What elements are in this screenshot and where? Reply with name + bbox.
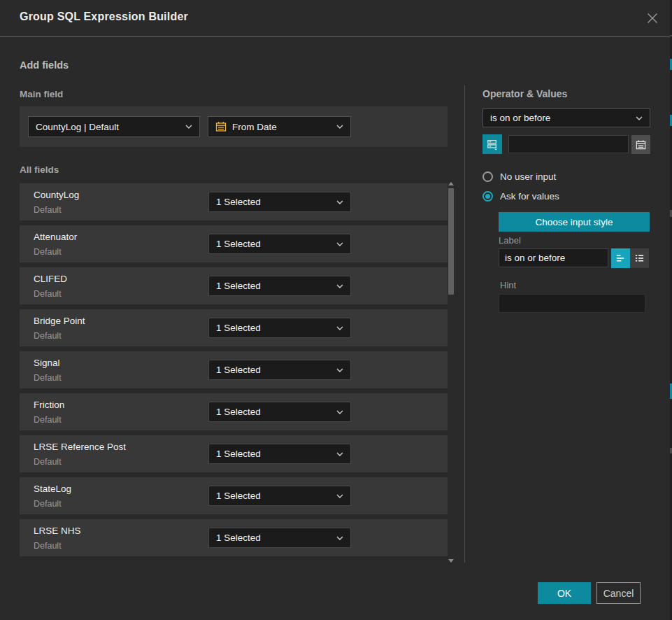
close-button[interactable] (645, 11, 659, 25)
add-fields-heading: Add fields (20, 59, 69, 71)
dropdown-value: 1 Selected (216, 323, 336, 333)
scroll-down-icon[interactable] (448, 559, 454, 563)
ok-button[interactable]: OK (538, 582, 591, 604)
field-subtitle: Default (34, 457, 62, 467)
field-row-signal: Signal Default 1 Selected (20, 351, 448, 388)
dropdown-value: 1 Selected (216, 197, 336, 207)
dropdown-value: is on or before (490, 113, 636, 123)
dropdown-value: 1 Selected (216, 449, 336, 459)
field-subtitle: Default (34, 205, 62, 215)
date-picker-button[interactable] (631, 135, 650, 154)
field-selection-dropdown[interactable]: 1 Selected (208, 360, 351, 380)
calendar-icon (636, 139, 646, 150)
field-subtitle: Default (34, 373, 62, 383)
field-name: CLIFED (34, 274, 67, 284)
hint-caption: Hint (500, 280, 516, 290)
field-name: Signal (34, 358, 60, 368)
scrollbar-thumb[interactable] (448, 188, 454, 295)
label-caption: Label (499, 235, 521, 246)
field-subtitle: Default (34, 415, 62, 425)
main-field-layer-dropdown[interactable]: CountyLog | Default (28, 116, 200, 137)
panel-divider (464, 85, 465, 563)
chevron-down-icon (336, 200, 343, 204)
all-fields-list: CountyLog Default 1 Selected Attenuator … (20, 183, 448, 561)
chevron-down-icon (185, 125, 192, 129)
group-sql-expression-builder-dialog: Group SQL Expression Builder Add fields … (0, 0, 672, 620)
main-field-bar: CountyLog | Default From Date (20, 106, 448, 147)
close-icon (646, 12, 659, 24)
chevron-down-icon (336, 452, 343, 456)
choose-input-style-button[interactable]: Choose input style (499, 212, 650, 232)
field-selection-dropdown[interactable]: 1 Selected (208, 276, 351, 296)
all-fields-heading: All fields (20, 164, 59, 175)
field-selection-dropdown[interactable]: 1 Selected (208, 192, 351, 212)
chevron-down-icon (336, 494, 343, 498)
chevron-down-icon (336, 284, 343, 288)
radio-label: Ask for values (500, 191, 559, 202)
hint-input[interactable] (499, 294, 645, 313)
field-selection-dropdown[interactable]: 1 Selected (208, 486, 351, 506)
operator-dropdown[interactable]: is on or before (482, 108, 650, 127)
calendar-icon (215, 121, 227, 132)
dropdown-value: 1 Selected (216, 281, 336, 291)
dropdown-value: From Date (232, 122, 331, 132)
field-selection-dropdown[interactable]: 1 Selected (208, 444, 351, 464)
list-input-style-toggle[interactable] (630, 248, 649, 268)
chevron-down-icon (336, 536, 343, 540)
field-name: LRSE Reference Post (34, 442, 126, 452)
ask-for-values-radio[interactable]: Ask for values (482, 191, 559, 202)
dialog-title: Group SQL Expression Builder (20, 10, 188, 23)
main-field-field-dropdown[interactable]: From Date (208, 116, 351, 137)
radio-selected-icon (482, 191, 493, 202)
value-input-row (482, 134, 650, 154)
field-subtitle: Default (34, 247, 62, 257)
field-row-lrse-reference-post: LRSE Reference Post Default 1 Selected (20, 435, 448, 472)
field-row-bridge-point: Bridge Point Default 1 Selected (20, 309, 448, 346)
value-source-button[interactable] (482, 134, 502, 154)
scroll-up-icon[interactable] (448, 182, 454, 185)
field-subtitle: Default (34, 289, 62, 299)
input-style-toggle-group (611, 248, 649, 268)
field-row-clifed: CLIFED Default 1 Selected (20, 267, 448, 304)
dropdown-value: 1 Selected (216, 365, 336, 375)
chevron-down-icon (336, 125, 343, 129)
field-subtitle: Default (34, 499, 62, 509)
field-selection-dropdown[interactable]: 1 Selected (208, 528, 351, 548)
field-name: Bridge Point (34, 316, 85, 326)
field-name: Attenuator (34, 232, 77, 242)
value-input-style-icon (487, 138, 498, 151)
field-name: Friction (34, 400, 64, 410)
fields-scrollbar[interactable] (448, 181, 455, 564)
field-selection-dropdown[interactable]: 1 Selected (208, 318, 351, 338)
field-selection-dropdown[interactable]: 1 Selected (208, 234, 351, 254)
operator-values-heading: Operator & Values (482, 88, 567, 99)
chevron-down-icon (636, 116, 643, 120)
dropdown-value: 1 Selected (216, 533, 336, 543)
dropdown-value: 1 Selected (216, 407, 336, 417)
field-name: StateLog (34, 484, 71, 494)
text-input-style-icon (615, 253, 626, 263)
date-value-input[interactable] (508, 135, 629, 153)
radio-label: No user input (500, 171, 556, 182)
text-input-style-toggle[interactable] (611, 248, 630, 268)
field-selection-dropdown[interactable]: 1 Selected (208, 402, 351, 422)
chevron-down-icon (336, 410, 343, 414)
dropdown-value: 1 Selected (216, 491, 336, 501)
field-subtitle: Default (34, 541, 62, 551)
field-name: LRSE NHS (34, 526, 81, 536)
dialog-header: Group SQL Expression Builder (0, 0, 670, 37)
field-subtitle: Default (34, 331, 62, 341)
cancel-button[interactable]: Cancel (596, 582, 641, 604)
chevron-down-icon (336, 242, 343, 246)
field-row-attenuator: Attenuator Default 1 Selected (20, 225, 448, 262)
field-row-statelog: StateLog Default 1 Selected (20, 477, 448, 514)
no-user-input-radio[interactable]: No user input (482, 171, 556, 182)
main-field-heading: Main field (20, 89, 63, 99)
label-input[interactable] (499, 248, 608, 267)
chevron-down-icon (336, 368, 343, 372)
field-row-countylog: CountyLog Default 1 Selected (20, 183, 448, 220)
radio-unselected-icon (482, 171, 493, 182)
list-input-style-icon (634, 253, 645, 263)
field-row-lrse-nhs: LRSE NHS Default 1 Selected (20, 519, 448, 556)
chevron-down-icon (336, 326, 343, 330)
